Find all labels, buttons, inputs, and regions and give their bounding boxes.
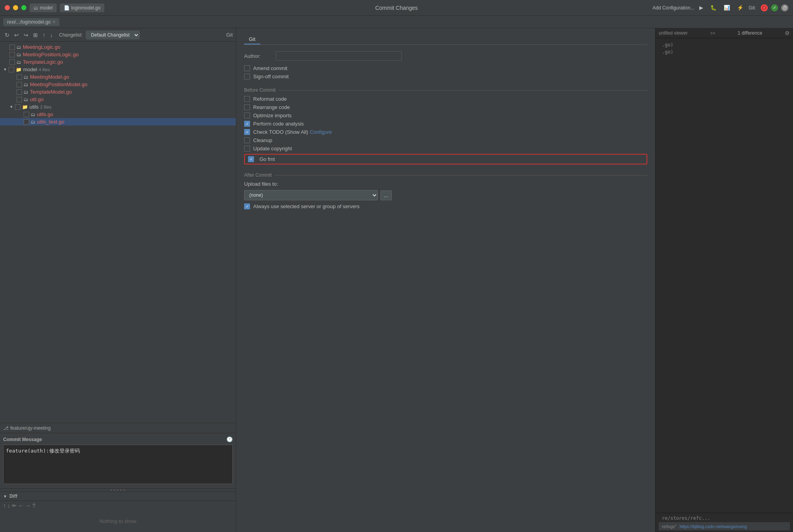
run-button[interactable]: ▶ bbox=[697, 4, 705, 11]
branch-bar: ⎇ feature/ujy-meeting bbox=[0, 423, 236, 433]
file-checkbox[interactable] bbox=[17, 97, 22, 102]
diff-toggle-icon[interactable]: ▼ bbox=[3, 494, 7, 499]
list-item[interactable]: 🗂 TemplateModel.go bbox=[0, 88, 236, 96]
upload-server-select[interactable]: (none) bbox=[244, 190, 378, 200]
author-input[interactable] bbox=[276, 51, 402, 61]
list-item[interactable]: 🗂 MeetingPositionModel.go bbox=[0, 81, 236, 88]
refresh-button[interactable]: ↻ bbox=[3, 31, 11, 39]
update-copyright-row: Update copyright bbox=[244, 146, 647, 151]
list-item[interactable]: 🗂 TemplateLogic.go bbox=[0, 58, 236, 66]
git-green-icon[interactable]: ✓ bbox=[771, 4, 778, 11]
list-item[interactable]: ▼ 📁 model 4 files bbox=[0, 66, 236, 73]
git-label: Git: bbox=[749, 5, 756, 11]
folder-checkbox[interactable] bbox=[15, 104, 20, 110]
go-fmt-row[interactable]: Go fmt bbox=[244, 154, 647, 164]
second-tab-bar: rexi/.../loginmodel.go ✕ bbox=[0, 16, 793, 28]
file-icon: 🗂 bbox=[17, 44, 21, 50]
list-item[interactable]: 🗂 utils.go bbox=[0, 111, 236, 118]
file-checkbox[interactable] bbox=[9, 59, 15, 65]
diff-up-button[interactable]: ↑ bbox=[3, 502, 6, 509]
git-clock-icon[interactable]: ⏱ bbox=[781, 4, 788, 11]
gear-icon[interactable]: ⚙ bbox=[785, 30, 790, 36]
clock-icon[interactable]: 🕐 bbox=[226, 436, 233, 442]
status-bar: re/logx" https://bjblog.csdn.net/wangxin… bbox=[659, 522, 790, 530]
upload-select-row: (none) ... bbox=[244, 190, 647, 200]
file-name: utils_test.go bbox=[37, 119, 64, 125]
csdn-link[interactable]: https://bjblog.csdn.net/wangxinxing bbox=[680, 524, 747, 529]
panel-toolbar: ↻ ↩ ↪ ⊞ ↑ ↓ Changelist: Default Changeli… bbox=[0, 28, 236, 42]
file-checkbox[interactable] bbox=[24, 112, 29, 117]
list-item[interactable]: 🗂 MeetingModel.go bbox=[0, 73, 236, 81]
reformat-code-checkbox[interactable] bbox=[244, 96, 250, 102]
diff-down-button[interactable]: ↓ bbox=[7, 502, 10, 509]
file-checkbox[interactable] bbox=[9, 52, 15, 57]
collapse-triangle-icon[interactable]: ▼ bbox=[3, 67, 7, 72]
folder-checkbox[interactable] bbox=[9, 67, 14, 72]
rearrange-code-label: Rearrange code bbox=[253, 104, 290, 110]
minimize-button[interactable] bbox=[13, 5, 18, 10]
author-row: Author: bbox=[244, 51, 647, 61]
tab-git[interactable]: Git bbox=[244, 35, 260, 44]
expand-button[interactable]: ↓ bbox=[48, 31, 54, 39]
perform-code-analysis-checkbox[interactable] bbox=[244, 121, 250, 127]
diff-edit-button[interactable]: ✏ bbox=[12, 502, 17, 509]
cleanup-checkbox[interactable] bbox=[244, 137, 250, 143]
debug-button[interactable]: 🐛 bbox=[708, 4, 719, 11]
diff-prev-button[interactable]: ← bbox=[18, 502, 24, 509]
always-server-checkbox[interactable] bbox=[244, 203, 250, 209]
file-checkbox[interactable] bbox=[9, 44, 15, 50]
rearrange-code-checkbox[interactable] bbox=[244, 104, 250, 110]
maximize-button[interactable] bbox=[21, 5, 26, 10]
second-tab-loginmodel[interactable]: rexi/.../loginmodel.go ✕ bbox=[3, 18, 59, 26]
collapse-button[interactable]: ↑ bbox=[41, 31, 47, 39]
undo-button[interactable]: ↩ bbox=[13, 31, 20, 39]
list-item[interactable]: 🗂 utils_test.go bbox=[0, 118, 236, 126]
file-checkbox[interactable] bbox=[17, 89, 22, 95]
check-todo-row: Check TODO (Show All) Configure bbox=[244, 129, 647, 135]
list-item[interactable]: 🗂 util.go bbox=[0, 96, 236, 103]
coverage-button[interactable]: 📊 bbox=[722, 4, 732, 11]
commit-message-header: Commit Message 🕐 bbox=[3, 436, 233, 442]
file-checkbox[interactable] bbox=[24, 119, 29, 125]
go-fmt-checkbox[interactable] bbox=[248, 156, 254, 162]
file-icon: 🗂 bbox=[24, 74, 28, 80]
collapse-triangle-icon[interactable]: ▼ bbox=[9, 105, 13, 109]
check-todo-checkbox[interactable] bbox=[244, 129, 250, 135]
unified-viewer-label[interactable]: unified viewer bbox=[659, 30, 687, 36]
list-item[interactable]: 🗂 MeetingPositionLogic.go bbox=[0, 51, 236, 58]
changelist-select[interactable]: Default Changelist bbox=[86, 31, 140, 39]
update-copyright-checkbox[interactable] bbox=[244, 146, 250, 151]
view-toggle-button[interactable]: ⊞ bbox=[31, 31, 39, 39]
optimize-imports-checkbox[interactable] bbox=[244, 113, 250, 118]
diff-help-button[interactable]: ? bbox=[32, 502, 35, 509]
before-commit-header: Before Commit bbox=[244, 87, 647, 93]
divider-handle[interactable]: • • • • • bbox=[0, 488, 236, 491]
file-checkbox[interactable] bbox=[17, 82, 22, 87]
amend-commit-checkbox[interactable] bbox=[244, 65, 250, 71]
close-button[interactable] bbox=[5, 5, 10, 10]
signoff-commit-checkbox[interactable] bbox=[244, 74, 250, 79]
configure-link[interactable]: Configure bbox=[310, 129, 332, 135]
git-red-icon[interactable]: ↑ bbox=[761, 4, 768, 11]
file-tree: 🗂 MeetingLogic.go 🗂 MeetingPositionLogic… bbox=[0, 42, 236, 423]
diff-viewer-content: .go) .go) bbox=[656, 38, 793, 513]
commit-message-input[interactable]: feature(auth):修改登录密码 bbox=[3, 445, 233, 484]
list-item[interactable]: 🗂 MeetingLogic.go bbox=[0, 43, 236, 51]
file-count: 2 files bbox=[40, 105, 52, 109]
diff-viewer-separator: >> bbox=[710, 31, 715, 35]
list-item[interactable]: ▼ 📁 utils 2 files bbox=[0, 103, 236, 111]
file-checkbox[interactable] bbox=[17, 74, 22, 80]
diff-next-button[interactable]: → bbox=[25, 502, 31, 509]
reformat-code-label: Reformat code bbox=[253, 96, 287, 102]
tab-loginmodel[interactable]: 📄 loginmodel.go bbox=[60, 4, 105, 12]
upload-browse-button[interactable]: ... bbox=[380, 190, 392, 200]
file-icon: 🗂 bbox=[24, 89, 28, 95]
left-panel: ↻ ↩ ↪ ⊞ ↑ ↓ Changelist: Default Changeli… bbox=[0, 28, 236, 532]
close-tab-icon[interactable]: ✕ bbox=[52, 20, 56, 24]
redo-button[interactable]: ↪ bbox=[22, 31, 30, 39]
diff-header[interactable]: ▼ Diff bbox=[0, 492, 236, 501]
profiler-button[interactable]: ⚡ bbox=[735, 4, 745, 11]
signoff-commit-row: Sign-off commit bbox=[244, 74, 647, 79]
tab-model[interactable]: 🗂 model bbox=[30, 4, 57, 12]
add-configuration-button[interactable]: Add Configuration... bbox=[652, 5, 694, 11]
